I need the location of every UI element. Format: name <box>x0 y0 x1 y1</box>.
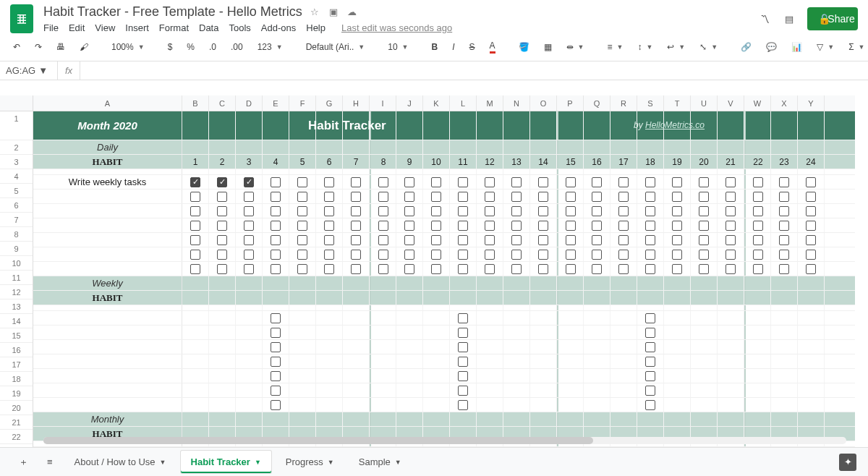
checkbox[interactable] <box>672 177 682 187</box>
cell-day-13[interactable] <box>503 111 530 140</box>
cell-day-16[interactable] <box>584 262 610 276</box>
checkbox[interactable] <box>566 250 576 260</box>
cell-day-15[interactable] <box>557 291 584 305</box>
cell-day-11[interactable] <box>450 326 477 339</box>
col-header-C[interactable]: C <box>209 95 236 111</box>
cell-day-4[interactable] <box>263 412 289 426</box>
cell-day-13[interactable] <box>503 204 530 218</box>
italic-button[interactable]: I <box>448 39 459 55</box>
cell-day-9[interactable] <box>396 398 423 412</box>
checkbox[interactable] <box>645 177 655 187</box>
col-header-D[interactable]: D <box>236 95 263 111</box>
cell-day-7[interactable]: 7 <box>343 155 370 169</box>
cell-day-6[interactable] <box>316 140 343 154</box>
cell-day-5[interactable] <box>289 276 316 290</box>
checkbox[interactable] <box>618 221 629 231</box>
checkbox[interactable] <box>645 328 655 338</box>
checkbox[interactable] <box>431 192 441 202</box>
cell-day-9[interactable] <box>396 369 423 383</box>
cell-day-14[interactable] <box>530 354 557 368</box>
row-header-13[interactable]: 13 <box>0 299 33 314</box>
cell-day-3[interactable] <box>236 276 263 290</box>
checkbox[interactable] <box>351 192 361 202</box>
horizontal-scrollbar[interactable] <box>43 437 846 444</box>
cell-day-16[interactable]: 16 <box>584 155 610 169</box>
cell-day-23[interactable] <box>771 218 798 232</box>
cell-day-15[interactable] <box>557 369 584 383</box>
checkbox[interactable] <box>645 206 655 216</box>
checkbox[interactable] <box>324 250 334 260</box>
cell-day-2[interactable] <box>209 262 236 276</box>
cell-day-18[interactable] <box>637 247 664 261</box>
col-header-U[interactable]: U <box>691 95 718 111</box>
cell-day-9[interactable] <box>396 169 423 174</box>
checkbox[interactable] <box>271 250 281 260</box>
cell-day-19[interactable]: 19 <box>664 155 691 169</box>
cell-day-5[interactable] <box>289 218 316 232</box>
cell-day-22[interactable] <box>744 175 771 189</box>
checkbox[interactable] <box>458 386 468 396</box>
checkbox[interactable] <box>404 235 414 245</box>
cell-day-6[interactable] <box>316 383 343 397</box>
checkbox[interactable] <box>645 250 655 260</box>
cell-day-19[interactable] <box>664 291 691 305</box>
cell-day-23[interactable] <box>771 340 798 354</box>
cell-day-13[interactable] <box>503 190 530 203</box>
checkbox[interactable] <box>592 250 602 260</box>
cell-day-1[interactable] <box>182 369 209 383</box>
cell-day-4[interactable] <box>263 247 289 261</box>
checkbox[interactable] <box>806 221 816 231</box>
cell-day-17[interactable] <box>610 262 637 276</box>
cell-day-10[interactable] <box>423 305 450 310</box>
checkbox[interactable] <box>779 235 789 245</box>
cell-day-11[interactable] <box>450 111 477 140</box>
cell-day-6[interactable] <box>316 247 343 261</box>
cell-day-2[interactable] <box>209 169 236 174</box>
checkbox[interactable] <box>404 264 414 274</box>
cell-day-3[interactable] <box>236 291 263 305</box>
cell-a[interactable] <box>33 169 182 174</box>
checkbox[interactable] <box>779 192 789 202</box>
cell-day-9[interactable] <box>396 140 423 154</box>
cell-day-21[interactable] <box>718 398 744 412</box>
cell-day-20[interactable] <box>691 305 718 310</box>
cell-day-14[interactable] <box>530 340 557 354</box>
cell-day-4[interactable] <box>263 305 289 310</box>
row-header-12[interactable]: 12 <box>0 285 33 299</box>
cell-day-2[interactable] <box>209 398 236 412</box>
cell-day-2[interactable] <box>209 383 236 397</box>
cell-day-24[interactable] <box>798 369 825 383</box>
cell-day-2[interactable] <box>209 233 236 247</box>
cell-day-22[interactable] <box>744 369 771 383</box>
cell-a[interactable] <box>33 354 182 368</box>
cell-day-20[interactable] <box>691 190 718 203</box>
checkbox[interactable] <box>511 235 522 245</box>
checkbox[interactable] <box>538 206 548 216</box>
checkbox[interactable] <box>726 235 736 245</box>
cell-day-21[interactable] <box>718 340 744 354</box>
cell-day-21[interactable] <box>718 354 744 368</box>
cell-a[interactable] <box>33 326 182 339</box>
cell-day-8[interactable] <box>370 169 396 174</box>
cell-day-1[interactable] <box>182 398 209 412</box>
checkbox[interactable] <box>190 250 200 260</box>
cell-day-1[interactable] <box>182 175 209 189</box>
cell-day-3[interactable] <box>236 169 263 174</box>
cell-day-3[interactable] <box>236 326 263 339</box>
cell-day-18[interactable] <box>637 305 664 310</box>
cell-day-10[interactable] <box>423 218 450 232</box>
cell-day-12[interactable] <box>477 204 503 218</box>
cell-day-23[interactable] <box>771 383 798 397</box>
checkbox[interactable] <box>458 371 468 381</box>
cell-day-5[interactable] <box>289 412 316 426</box>
cell-day-23[interactable] <box>771 262 798 276</box>
cell-day-23[interactable] <box>771 169 798 174</box>
cell-day-6[interactable] <box>316 326 343 339</box>
cell-day-14[interactable] <box>530 276 557 290</box>
menu-data[interactable]: Data <box>199 22 218 33</box>
cell-a[interactable]: Write weekly tasks <box>33 175 182 189</box>
cell-day-19[interactable] <box>664 398 691 412</box>
cell-day-5[interactable]: 5 <box>289 155 316 169</box>
cell-day-12[interactable] <box>477 169 503 174</box>
cell-day-23[interactable] <box>771 412 798 426</box>
